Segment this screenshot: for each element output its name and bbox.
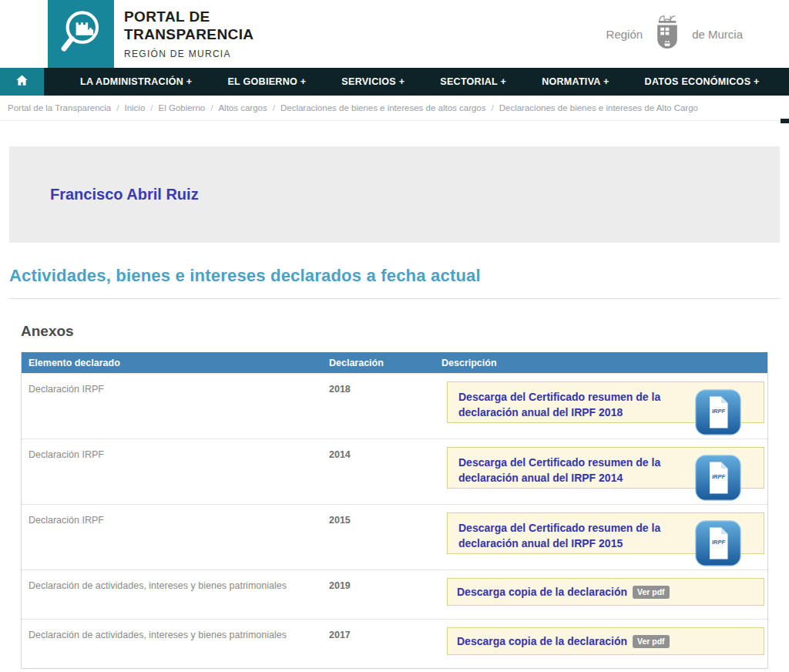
- declaration-year-cell: 2015: [322, 505, 435, 570]
- column-header-elemento-declarado: Elemento declarado: [22, 358, 322, 368]
- brand-word-right: de Murcia: [692, 28, 743, 41]
- breadcrumb-declaraciones-altos-cargos[interactable]: Declaraciones de bienes e intereses de a…: [277, 103, 490, 113]
- element-declared-cell: Declaración IRPF: [22, 439, 322, 504]
- nav-item-la-administracion[interactable]: LA ADMINISTRACIÓN +: [62, 76, 210, 87]
- annexes-table: Elemento declarado Declaración Descripci…: [21, 352, 768, 669]
- breadcrumb-separator: /: [490, 103, 495, 113]
- portal-title-block: PORTAL DE TRANSPARENCIA REGIÓN DE MURCIA: [124, 0, 253, 68]
- description-cell: Descarga del Certificado resumen de la d…: [435, 374, 767, 438]
- breadcrumb-current-page: Declaraciones de bienes e intereses de A…: [495, 103, 702, 113]
- ver-pdf-badge[interactable]: Ver pdf: [633, 635, 670, 648]
- person-panel: Francisco Abril Ruiz: [9, 146, 780, 243]
- element-declared-cell: Declaración de actividades, intereses y …: [22, 570, 322, 619]
- ver-pdf-badge[interactable]: Ver pdf: [633, 586, 670, 599]
- page-title: Actividades, bienes e intereses declarad…: [9, 266, 780, 286]
- table-row: Declaración IRPF 2015 Descarga del Certi…: [22, 504, 767, 570]
- breadcrumb-separator: /: [271, 103, 277, 113]
- breadcrumb-inicio[interactable]: Inicio: [120, 103, 149, 113]
- svg-text:IRPF: IRPF: [712, 539, 726, 546]
- irpf-document-icon[interactable]: IRPF: [695, 389, 741, 435]
- table-row: Declaración IRPF 2014 Descarga del Certi…: [22, 438, 767, 504]
- svg-text:IRPF: IRPF: [712, 473, 726, 480]
- column-header-declaracion: Declaración: [322, 358, 435, 368]
- breadcrumb-portal[interactable]: Portal de la Transparencia: [8, 103, 115, 113]
- breadcrumb-separator: /: [149, 103, 154, 113]
- section-divider: [9, 298, 780, 299]
- nav-item-datos-economicos[interactable]: DATOS ECONÓMICOS +: [627, 76, 777, 87]
- site-header: PORTAL DE TRANSPARENCIA REGIÓN DE MURCIA…: [0, 0, 789, 68]
- declaration-year-cell: 2018: [322, 374, 435, 438]
- page-edge-mark: [781, 119, 789, 123]
- portal-logo[interactable]: [48, 0, 114, 68]
- region-de-murcia-brand: Región de Murcia: [606, 0, 743, 68]
- irpf-document-icon[interactable]: IRPF: [695, 520, 741, 566]
- annexes-heading: Anexos: [21, 323, 789, 340]
- svg-text:IRPF: IRPF: [712, 408, 726, 415]
- column-header-descripcion: Descripción: [435, 358, 767, 368]
- magnifier-castle-icon: [56, 7, 106, 61]
- breadcrumb-altos-cargos[interactable]: Altos cargos: [214, 103, 270, 113]
- nav-item-sectorial[interactable]: SECTORIAL +: [422, 76, 524, 87]
- nav-item-el-gobierno[interactable]: EL GOBIERNO +: [210, 76, 324, 87]
- declaration-year-cell: 2019: [322, 570, 435, 619]
- nav-item-normativa[interactable]: NORMATIVA +: [524, 76, 626, 87]
- declaration-year-cell: 2014: [322, 439, 435, 504]
- description-cell: Descarga del Certificado resumen de la d…: [435, 439, 767, 504]
- person-name-link[interactable]: Francisco Abril Ruiz: [50, 186, 199, 203]
- breadcrumb-separator: /: [209, 103, 214, 113]
- breadcrumb: Portal de la Transparencia / Inicio / El…: [0, 96, 789, 121]
- brand-word-left: Región: [606, 28, 643, 41]
- element-declared-cell: Declaración IRPF: [22, 374, 322, 438]
- table-header-row: Elemento declarado Declaración Descripci…: [22, 352, 767, 373]
- nav-item-servicios[interactable]: SERVICIOS +: [324, 76, 422, 87]
- portal-title: PORTAL DE TRANSPARENCIA: [124, 8, 253, 43]
- download-copy-link[interactable]: Descarga copia de la declaración: [457, 633, 627, 649]
- home-button[interactable]: [0, 68, 44, 96]
- download-note-box: Descarga copia de la declaración Ver pdf: [447, 627, 764, 655]
- table-row: Declaración de actividades, intereses y …: [22, 619, 767, 668]
- main-navbar: LA ADMINISTRACIÓN + EL GOBIERNO + SERVIC…: [0, 68, 789, 96]
- breadcrumb-separator: /: [115, 103, 120, 113]
- murcia-coat-of-arms-icon: [649, 11, 686, 58]
- breadcrumb-el-gobierno[interactable]: El Gobierno: [155, 103, 210, 113]
- element-declared-cell: Declaración IRPF: [22, 505, 322, 570]
- nav-items: LA ADMINISTRACIÓN + EL GOBIERNO + SERVIC…: [44, 68, 777, 96]
- home-icon: [15, 73, 29, 91]
- table-row: Declaración de actividades, intereses y …: [22, 570, 767, 619]
- page: PORTAL DE TRANSPARENCIA REGIÓN DE MURCIA…: [0, 0, 789, 672]
- download-note-box: Descarga copia de la declaración Ver pdf: [447, 578, 764, 606]
- description-cell: Descarga copia de la declaración Ver pdf: [435, 620, 767, 668]
- declaration-year-cell: 2017: [322, 620, 435, 668]
- description-cell: Descarga copia de la declaración Ver pdf: [435, 570, 767, 619]
- download-copy-link[interactable]: Descarga copia de la declaración: [457, 584, 627, 600]
- irpf-document-icon[interactable]: IRPF: [695, 455, 741, 501]
- portal-subtitle: REGIÓN DE MURCIA: [124, 49, 253, 59]
- description-cell: Descarga del Certificado resumen de la d…: [435, 505, 767, 570]
- element-declared-cell: Declaración de actividades, intereses y …: [22, 620, 322, 668]
- table-row: Declaración IRPF 2018 Descarga del Certi…: [22, 373, 767, 438]
